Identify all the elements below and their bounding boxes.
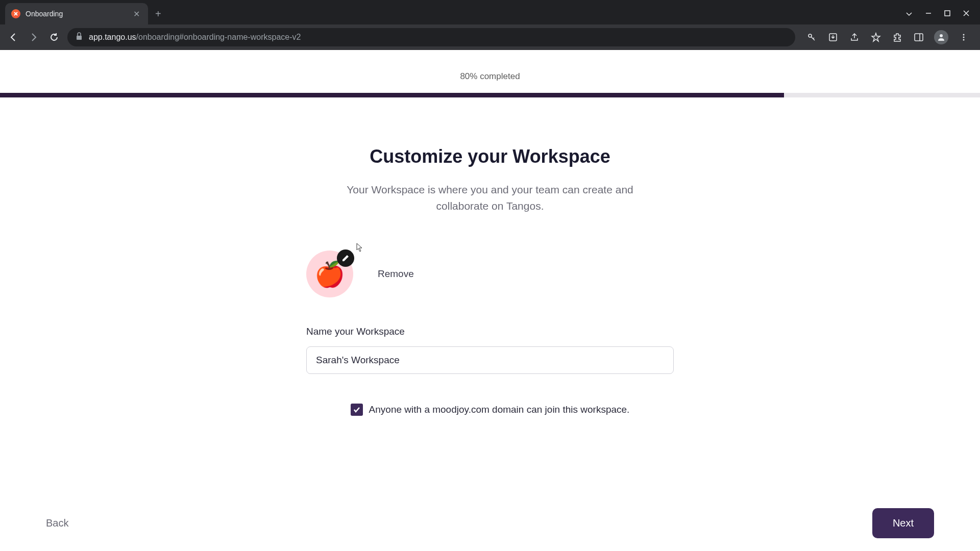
page-content: 80% completed Customize your Workspace Y… bbox=[0, 50, 980, 551]
svg-point-10 bbox=[963, 39, 965, 41]
profile-icon[interactable] bbox=[934, 30, 948, 44]
address-bar[interactable]: app.tango.us/onboarding#onboarding-name-… bbox=[67, 28, 795, 46]
svg-point-8 bbox=[963, 34, 965, 36]
pencil-icon bbox=[341, 254, 350, 262]
page-title: Customize your Workspace bbox=[291, 146, 689, 167]
back-nav-icon[interactable] bbox=[6, 30, 20, 44]
next-button[interactable]: Next bbox=[872, 508, 934, 538]
url-path: /onboarding#onboarding-name-workspace-v2 bbox=[136, 33, 301, 41]
remove-avatar-link[interactable]: Remove bbox=[378, 268, 414, 280]
tabs-dropdown-icon[interactable] bbox=[905, 10, 913, 18]
browser-toolbar: app.tango.us/onboarding#onboarding-name-… bbox=[0, 24, 980, 50]
reload-icon[interactable] bbox=[47, 30, 61, 44]
tab-favicon-icon bbox=[11, 9, 20, 18]
star-icon[interactable] bbox=[870, 31, 882, 43]
svg-rect-5 bbox=[915, 34, 923, 41]
minimize-icon[interactable] bbox=[925, 10, 932, 18]
page-subtitle: Your Workspace is where you and your tea… bbox=[332, 182, 648, 214]
progress-fill bbox=[0, 93, 784, 97]
svg-rect-1 bbox=[945, 11, 950, 16]
back-button[interactable]: Back bbox=[46, 517, 68, 529]
workspace-name-input[interactable] bbox=[306, 346, 674, 374]
close-tab-icon[interactable]: ✕ bbox=[131, 7, 142, 21]
domain-join-checkbox[interactable] bbox=[351, 404, 363, 416]
workspace-name-label: Name your Workspace bbox=[306, 326, 674, 337]
new-tab-button[interactable]: + bbox=[148, 3, 168, 24]
edit-avatar-button[interactable] bbox=[337, 249, 354, 267]
main-content: Customize your Workspace Your Workspace … bbox=[291, 97, 689, 416]
toolbar-actions bbox=[801, 30, 974, 44]
url-host: app.tango.us bbox=[89, 33, 136, 41]
close-window-icon[interactable] bbox=[963, 10, 970, 18]
window-controls bbox=[905, 3, 980, 24]
domain-join-row: Anyone with a moodjoy.com domain can joi… bbox=[306, 404, 674, 416]
sidepanel-icon[interactable] bbox=[913, 31, 925, 43]
tab-title: Onboarding bbox=[26, 10, 131, 18]
checkmark-icon bbox=[353, 406, 361, 414]
forward-nav-icon[interactable] bbox=[27, 30, 41, 44]
workspace-form: 🍎 Remove Name your Workspace Anyone with… bbox=[291, 251, 689, 416]
progress-label: 80% completed bbox=[0, 50, 980, 82]
maximize-icon[interactable] bbox=[944, 10, 950, 18]
avatar-container: 🍎 bbox=[306, 251, 353, 297]
avatar-row: 🍎 Remove bbox=[306, 251, 674, 297]
browser-tab[interactable]: Onboarding ✕ bbox=[5, 3, 148, 24]
url-text: app.tango.us/onboarding#onboarding-name-… bbox=[89, 33, 301, 42]
svg-rect-2 bbox=[77, 36, 82, 40]
share-icon[interactable] bbox=[848, 31, 861, 43]
footer-nav: Back Next bbox=[0, 495, 980, 551]
menu-icon[interactable] bbox=[958, 31, 970, 43]
progress-bar bbox=[0, 93, 980, 97]
svg-point-7 bbox=[940, 34, 943, 37]
browser-tab-strip: Onboarding ✕ + bbox=[0, 0, 980, 24]
install-icon[interactable] bbox=[827, 31, 839, 43]
key-icon[interactable] bbox=[805, 31, 818, 43]
extensions-icon[interactable] bbox=[891, 31, 903, 43]
svg-point-9 bbox=[963, 37, 965, 38]
domain-join-label: Anyone with a moodjoy.com domain can joi… bbox=[369, 404, 630, 415]
lock-icon bbox=[76, 32, 83, 42]
